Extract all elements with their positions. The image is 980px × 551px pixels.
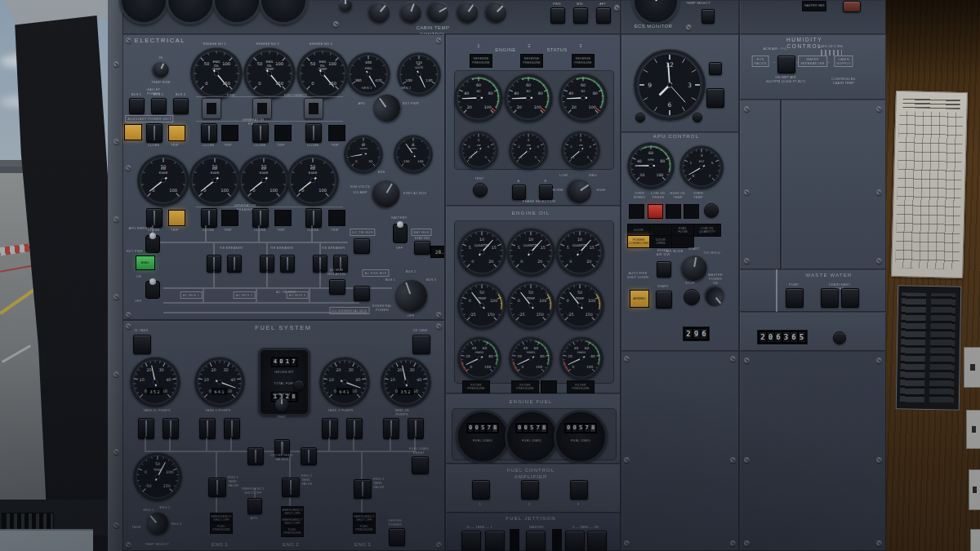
- ess-meter-selector-knob[interactable]: [368, 175, 405, 212]
- screw: [436, 323, 442, 329]
- eng3-tank-valve-switch[interactable]: [354, 479, 372, 499]
- clock-set-button[interactable]: [706, 88, 724, 108]
- fuel-used-reset-button[interactable]: [412, 456, 429, 474]
- defuel-power-button[interactable]: [389, 528, 405, 546]
- eng1-tank-valve-switch[interactable]: [208, 478, 226, 497]
- crossfeed-switch-left[interactable]: [247, 447, 264, 465]
- svg-text:-50: -50: [145, 484, 152, 488]
- apu-emergency-shutoff-button[interactable]: [247, 498, 262, 514]
- zone-mid-button[interactable]: [573, 7, 588, 24]
- humidity-button[interactable]: [777, 56, 795, 73]
- tie-breaker-switch-3a[interactable]: [313, 255, 327, 273]
- gen-field-switch-4[interactable]: [305, 123, 322, 143]
- counter-reset-button[interactable]: [833, 331, 846, 344]
- fca-button-2[interactable]: [521, 480, 539, 500]
- dc-isolation-button[interactable]: [329, 279, 345, 295]
- cabin-temp-knob-5[interactable]: [482, 0, 512, 27]
- stat-inv-button[interactable]: [414, 241, 430, 255]
- jettison-button-2l[interactable]: [461, 531, 481, 551]
- tank-2r-button[interactable]: [412, 335, 430, 354]
- cabin-temp-knob-1[interactable]: [365, 0, 395, 27]
- svg-text:0: 0: [693, 174, 695, 178]
- pump-switch-3-b[interactable]: [346, 418, 363, 439]
- jettison-button-2r[interactable]: [587, 531, 607, 551]
- zone-aft-button[interactable]: [596, 7, 611, 24]
- drain-htr-button-2[interactable]: [841, 288, 859, 308]
- pump-switch-3-a[interactable]: [322, 418, 338, 439]
- clock-small-button[interactable]: [709, 62, 722, 75]
- temp-select-button[interactable]: [702, 9, 715, 24]
- dc-contactor-button-2[interactable]: [354, 286, 370, 301]
- gen-field-switch-2[interactable]: [201, 123, 217, 143]
- red-guard-button[interactable]: [843, 1, 861, 12]
- pump-switch-1-b[interactable]: [224, 418, 240, 439]
- jettison-button-3[interactable]: [565, 531, 585, 551]
- pump-switch-2r-a[interactable]: [383, 418, 399, 439]
- zone-fwd-button[interactable]: [550, 7, 565, 24]
- bus-line: [213, 271, 215, 287]
- jettison-master-button[interactable]: [526, 531, 546, 551]
- galley-bus1-button[interactable]: [129, 98, 145, 114]
- gen-breaker-switch-2[interactable]: [201, 208, 217, 228]
- bus-line: [213, 243, 215, 255]
- svg-text:60: 60: [534, 346, 539, 350]
- fire-disconnect-switch-1[interactable]: [202, 98, 221, 119]
- engine-num-1: 1: [477, 43, 480, 50]
- temp-select-knob[interactable]: [140, 507, 172, 539]
- pump-switch-2r-b[interactable]: [408, 418, 424, 439]
- clock-knob-right[interactable]: [693, 113, 702, 122]
- vib-b-button[interactable]: [539, 184, 553, 200]
- tie-breaker-switch-2a[interactable]: [260, 255, 274, 273]
- clock-knob-left[interactable]: [635, 113, 645, 122]
- battery-toggle[interactable]: [393, 224, 408, 243]
- fire-disconnect-switch-2[interactable]: [252, 98, 272, 119]
- gen-field-switch-3[interactable]: [252, 123, 269, 143]
- dc-tie-bus-box: DC TIE BUS: [350, 229, 375, 236]
- svg-text:100: 100: [586, 365, 593, 369]
- fca-button-1[interactable]: [472, 480, 490, 500]
- apu-round-button[interactable]: [704, 203, 719, 218]
- cabin-temp-knob-2[interactable]: [397, 0, 424, 26]
- fca-button-3[interactable]: [570, 480, 588, 500]
- tie-breaker-switch-2b[interactable]: [280, 255, 295, 273]
- bleed-air-button[interactable]: [657, 261, 671, 278]
- svg-text:50: 50: [528, 291, 533, 295]
- fire-disconnect-switch-3[interactable]: [304, 98, 323, 119]
- pump-switch-2l-b[interactable]: [163, 418, 179, 439]
- apu-stop-button[interactable]: [684, 289, 700, 305]
- vib-a-button[interactable]: [512, 184, 526, 200]
- galley-bus2-button[interactable]: [151, 98, 167, 114]
- master-power-knob[interactable]: [702, 283, 729, 311]
- gen-breaker-switch-3[interactable]: [252, 208, 269, 228]
- waste-pump-button[interactable]: [786, 288, 804, 308]
- apu-mode-knob[interactable]: [679, 252, 709, 282]
- vib-selector-knob[interactable]: [563, 174, 597, 208]
- gen-breaker-switch-4[interactable]: [305, 208, 322, 228]
- clock: 12369: [634, 49, 706, 121]
- tie-breaker-switch-1a[interactable]: [207, 255, 221, 273]
- eng2-tank-valve-switch[interactable]: [282, 478, 300, 497]
- cabin-temp-test-knob[interactable]: [339, 0, 352, 11]
- cabin-temp-knob-3[interactable]: [424, 0, 453, 27]
- cabin-temp-knob-4[interactable]: [453, 0, 483, 27]
- crossfeed-switch-right[interactable]: [301, 447, 317, 465]
- apu-service-toggle[interactable]: [145, 235, 160, 253]
- tie-breaker-switch-1b[interactable]: [227, 255, 242, 273]
- fuel-used-counter-3: 00578 FUEL USED: [554, 410, 608, 464]
- vib-test-button[interactable]: [473, 183, 488, 198]
- gen-field-switch-1[interactable]: [146, 123, 163, 143]
- ext-pwr-toggle[interactable]: [145, 281, 160, 299]
- apu-start-button[interactable]: [656, 291, 672, 309]
- pump-switch-2l-a[interactable]: [138, 418, 154, 439]
- quantity-test-knob[interactable]: [275, 398, 288, 411]
- dc-contactor-button-1[interactable]: [354, 238, 370, 254]
- gen-breaker-switch-1[interactable]: [146, 208, 163, 228]
- jettison-button-1[interactable]: [485, 531, 505, 551]
- temp-rise-knob[interactable]: [150, 59, 172, 81]
- drain-htr-button-1[interactable]: [821, 288, 839, 308]
- tank-2l-button[interactable]: [133, 335, 151, 354]
- meter-sel-gen1: GEN 1: [361, 86, 372, 90]
- totalizer-knob[interactable]: [293, 380, 305, 391]
- galley-bus3-button[interactable]: [173, 98, 189, 114]
- pump-switch-1-a[interactable]: [199, 418, 216, 439]
